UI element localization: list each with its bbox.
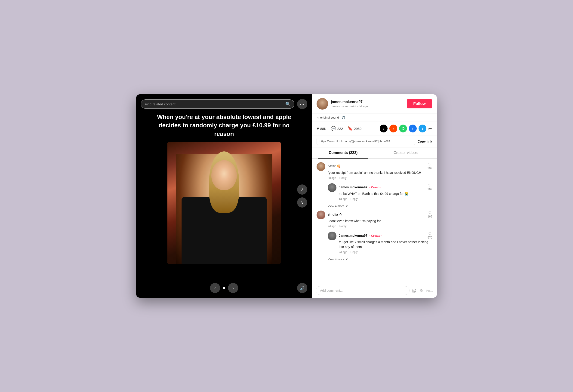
reply-reply-button-1[interactable]: Reply — [351, 197, 358, 201]
reply-block-2: James.mckenna97 · Creator ♡ 570 fr I get… — [328, 232, 432, 254]
share-twitter-button[interactable]: t — [419, 125, 426, 133]
comment-item: petar 🍕 ♡ 202 "your receipt from apple" … — [317, 162, 432, 180]
reply-meta-2: 2d ago Reply — [339, 251, 432, 254]
reply-button-1[interactable]: Reply — [340, 176, 347, 180]
app-container: 🔍 ··· When you're at your absolute lowes… — [136, 94, 437, 298]
reply-reply-button-2[interactable]: Reply — [351, 251, 358, 254]
creator-avatar[interactable] — [317, 98, 328, 110]
creator-username: james.mckenna97 — [331, 100, 407, 104]
commenter-avatar-2[interactable] — [317, 211, 325, 219]
copy-link-button[interactable]: Copy link — [418, 140, 432, 143]
stats-row: ♥ 88K 💬 222 🔖 2952 ♪ r ✆ — [312, 122, 437, 136]
reply-like-icon-2[interactable]: ♡ — [428, 232, 431, 236]
view-more-2[interactable]: View 4 more ∨ — [328, 257, 432, 261]
reply-avatar-2[interactable] — [328, 232, 337, 240]
comment-meta-2: 2d ago Reply — [328, 225, 432, 228]
volume-button[interactable]: 🔊 — [297, 283, 307, 293]
creator-subtext: James.mckenna97 · 3d ago — [331, 104, 407, 108]
like-icon-1[interactable]: ♡ — [428, 162, 431, 167]
right-panel: james.mckenna97 James.mckenna97 · 3d ago… — [312, 94, 437, 298]
comment-username-1: petar 🍕 — [328, 164, 340, 168]
whatsapp-icon: ✆ — [402, 127, 404, 130]
reply-meta-1: 1d ago Reply — [339, 197, 432, 201]
search-bar: 🔍 ··· — [141, 99, 307, 109]
share-tiktok-button[interactable]: ♪ — [380, 125, 388, 133]
comment-item-2: ☆ julia ☆ ♡ 169 I don't even know what I… — [317, 211, 432, 228]
sound-row: ♫ original sound - 🎵 — [312, 114, 437, 122]
creator-badge-2: · Creator — [369, 234, 381, 237]
like-icon-2[interactable]: ♡ — [428, 211, 431, 215]
share-icons: ♪ r ✆ f t ➦ — [380, 125, 432, 133]
bookmarks-count: 2952 — [354, 127, 361, 131]
dot-indicator — [223, 287, 225, 289]
view-more-label-1: View 4 more — [328, 204, 344, 208]
facebook-icon: f — [412, 127, 413, 130]
reply-username-2: James.mckenna97 — [339, 234, 367, 237]
search-icon-button[interactable]: 🔍 — [285, 102, 290, 106]
share-facebook-button[interactable]: f — [409, 125, 417, 133]
nav-down-button[interactable]: ∨ — [297, 197, 307, 207]
heart-icon: ♥ — [317, 126, 319, 131]
comment-text-2: I don't even know what I'm paying for — [328, 219, 432, 223]
link-row: https://www.tiktok.com/@james.mckenna97/… — [312, 136, 437, 148]
music-icon: ♫ — [317, 116, 319, 119]
view-more-1[interactable]: View 4 more ∨ — [328, 204, 432, 208]
comments-list: petar 🍕 ♡ 202 "your receipt from apple" … — [312, 159, 437, 283]
nav-up-button[interactable]: ∧ — [297, 185, 307, 195]
mention-button[interactable]: @ — [412, 288, 416, 293]
more-options-button[interactable]: ··· — [297, 99, 307, 109]
chevron-down-icon-2: ∨ — [346, 257, 348, 261]
chevron-down-icon-1: ∨ — [346, 204, 348, 208]
tab-comments[interactable]: Comments (222) — [312, 148, 374, 158]
comments-stat[interactable]: 💬 222 — [331, 126, 343, 131]
likes-count: 88K — [320, 127, 326, 131]
creator-info: james.mckenna97 James.mckenna97 · 3d ago — [331, 100, 407, 108]
share-whatsapp-button[interactable]: ✆ — [399, 125, 407, 133]
bookmark-icon: 🔖 — [348, 126, 353, 131]
share-reddit-button[interactable]: r — [389, 125, 397, 133]
bottom-controls: ‹ › — [136, 283, 312, 293]
nav-controls: ∧ ∨ — [297, 185, 307, 207]
share-forward-icon[interactable]: ➦ — [428, 126, 432, 131]
reply-time-1: 1d ago — [339, 197, 347, 201]
next-button[interactable]: › — [228, 283, 238, 293]
reply-button-2[interactable]: Reply — [340, 225, 347, 228]
reply-like-icon-1[interactable]: ♡ — [428, 183, 431, 188]
follow-button[interactable]: Follow — [407, 99, 432, 108]
comment-input[interactable] — [316, 286, 410, 295]
comments-count: 222 — [337, 127, 343, 131]
left-panel: 🔍 ··· When you're at your absolute lowes… — [136, 94, 312, 298]
comment-username-2: ☆ julia ☆ — [328, 213, 342, 216]
search-input-wrapper[interactable]: 🔍 — [141, 99, 294, 109]
reply-item-2: James.mckenna97 · Creator ♡ 570 fr I get… — [328, 232, 432, 254]
comment-time-1: 2d ago — [328, 176, 336, 180]
photo-background — [167, 142, 281, 264]
reply-time-2: 2d ago — [339, 251, 347, 254]
reply-like-count-1: 262 — [428, 188, 432, 191]
overlay-text: When you're at your absolute lowest and … — [136, 113, 312, 138]
like-count-2: 169 — [428, 215, 432, 218]
reply-like-1: ♡ 262 — [428, 183, 432, 191]
comment-like-2: ♡ 169 — [428, 211, 432, 218]
search-input[interactable] — [145, 102, 284, 106]
face-sim — [211, 160, 237, 190]
like-count-1: 202 — [428, 167, 432, 170]
comment-text-1: "your receipt from apple" um no thanks i… — [328, 170, 432, 175]
tab-creator-videos[interactable]: Creator videos — [374, 148, 437, 158]
reply-block-1: James.mckenna97 · Creator ♡ 262 no bc WH… — [328, 183, 432, 201]
prev-button[interactable]: ‹ — [210, 283, 220, 293]
reply-like-2: ♡ 570 — [428, 232, 432, 239]
creator-badge-1: · Creator — [369, 186, 381, 189]
emoji-button[interactable]: ☺ — [419, 288, 423, 293]
comment-like-1: ♡ 202 — [428, 162, 432, 170]
reply-body-1: James.mckenna97 · Creator ♡ 262 no bc WH… — [339, 183, 432, 201]
twitter-icon: t — [422, 127, 423, 130]
post-button[interactable]: Po... — [426, 289, 433, 293]
reply-username-1: James.mckenna97 — [339, 185, 367, 189]
comment-time-2: 2d ago — [328, 225, 336, 228]
commenter-avatar-1[interactable] — [317, 162, 325, 171]
reply-avatar-1[interactable] — [328, 183, 337, 192]
bookmarks-stat[interactable]: 🔖 2952 — [348, 126, 361, 131]
sound-label: original sound - 🎵 — [320, 116, 345, 119]
likes-stat[interactable]: ♥ 88K — [317, 126, 326, 131]
